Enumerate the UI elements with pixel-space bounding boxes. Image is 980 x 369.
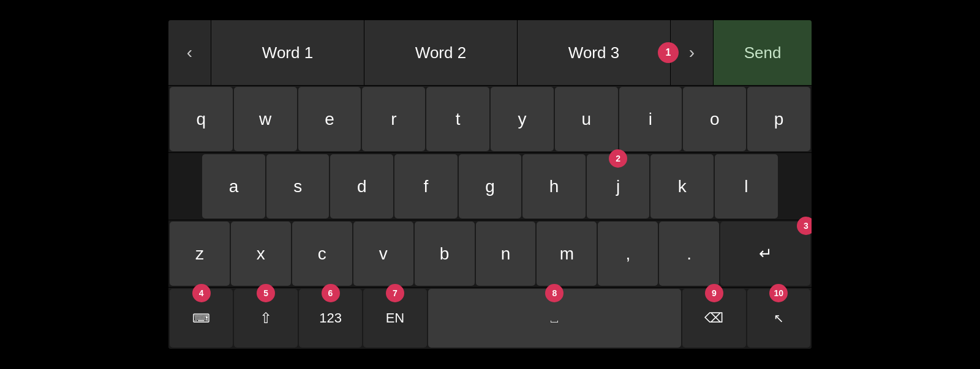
- key-row-4: ⌨ 4 ⇧ 5 123 6 EN 7 ⎵ 8 ⌫ 9: [168, 288, 812, 349]
- key-num[interactable]: 123 6: [299, 289, 362, 348]
- key-v[interactable]: v: [353, 222, 413, 286]
- key-b[interactable]: b: [415, 222, 475, 286]
- key-z[interactable]: z: [170, 222, 230, 286]
- key-cursor[interactable]: ↖ 10: [747, 289, 810, 348]
- key-space[interactable]: ⎵ 8: [428, 289, 682, 348]
- key-r[interactable]: r: [362, 87, 425, 151]
- key-i[interactable]: i: [619, 87, 682, 151]
- key-d[interactable]: d: [330, 154, 393, 218]
- prev-button[interactable]: ‹: [168, 20, 211, 85]
- key-enter[interactable]: ↵ 3: [720, 222, 810, 286]
- key-s[interactable]: s: [266, 154, 330, 218]
- badge-2: 2: [609, 149, 627, 168]
- key-j[interactable]: j 2: [587, 154, 650, 218]
- word1-button[interactable]: Word 1: [211, 20, 364, 85]
- suggestion-bar: ‹ Word 1 Word 2 Word 3 1 › Send: [168, 20, 812, 86]
- key-o[interactable]: o: [683, 87, 746, 151]
- badge-9: 9: [705, 284, 723, 302]
- key-hide[interactable]: ⌨ 4: [170, 289, 233, 348]
- badge-1: 1: [658, 42, 679, 63]
- keyboard-container: ‹ Word 1 Word 2 Word 3 1 › Send q w e r …: [168, 20, 812, 349]
- enter-icon: ↵: [759, 244, 772, 263]
- word2-button[interactable]: Word 2: [364, 20, 518, 85]
- key-a[interactable]: a: [202, 154, 265, 218]
- key-q[interactable]: q: [170, 87, 233, 151]
- key-u[interactable]: u: [555, 87, 618, 151]
- keyboard-area: q w e r t y u i o p a s d f g h j 2 k l: [168, 86, 812, 349]
- key-row-2: a s d f g h j 2 k l: [168, 153, 812, 220]
- key-f[interactable]: f: [394, 154, 458, 218]
- delete-icon: ⌫: [704, 310, 723, 326]
- key-c[interactable]: c: [292, 222, 352, 286]
- send-button[interactable]: Send: [714, 20, 812, 85]
- badge-6: 6: [322, 284, 340, 302]
- key-g[interactable]: g: [459, 154, 522, 218]
- row2-spacer-left: [170, 154, 201, 218]
- lang-label: EN: [386, 310, 405, 326]
- cursor-icon: ↖: [774, 311, 784, 326]
- num-label: 123: [319, 310, 342, 326]
- badge-4: 4: [192, 284, 211, 302]
- badge-3: 3: [797, 217, 812, 235]
- row2-spacer-right: [779, 154, 810, 218]
- key-period[interactable]: .: [659, 222, 719, 286]
- word3-button[interactable]: Word 3 1: [518, 20, 671, 85]
- key-w[interactable]: w: [234, 87, 297, 151]
- badge-8: 8: [545, 284, 564, 302]
- key-lang[interactable]: EN 7: [363, 289, 426, 348]
- key-y[interactable]: y: [491, 87, 554, 151]
- key-delete[interactable]: ⌫ 9: [682, 289, 745, 348]
- key-shift[interactable]: ⇧ 5: [234, 289, 297, 348]
- key-k[interactable]: k: [650, 154, 714, 218]
- key-comma[interactable]: ,: [598, 222, 658, 286]
- key-m[interactable]: m: [537, 222, 597, 286]
- space-label: ⎵: [551, 311, 558, 326]
- key-x[interactable]: x: [231, 222, 291, 286]
- key-row-3: z x c v b n m , . ↵ 3: [168, 220, 812, 288]
- badge-5: 5: [257, 284, 275, 302]
- key-row-1: q w e r t y u i o p: [168, 86, 812, 153]
- key-h[interactable]: h: [522, 154, 586, 218]
- key-l[interactable]: l: [715, 154, 778, 218]
- key-t[interactable]: t: [426, 87, 489, 151]
- shift-icon: ⇧: [260, 310, 272, 327]
- badge-7: 7: [386, 284, 404, 302]
- key-p[interactable]: p: [747, 87, 810, 151]
- key-e[interactable]: e: [298, 87, 361, 151]
- badge-10: 10: [769, 284, 788, 302]
- hide-icon: ⌨: [192, 311, 210, 326]
- key-n[interactable]: n: [476, 222, 536, 286]
